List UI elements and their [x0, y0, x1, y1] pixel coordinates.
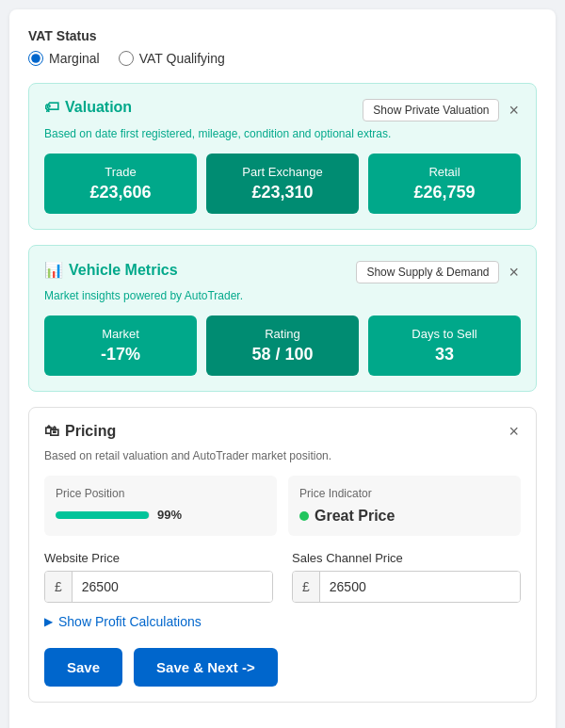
sales-channel-price-field: Sales Channel Price £: [292, 551, 521, 603]
progress-bar-track: [56, 511, 150, 519]
progress-row: 99%: [56, 508, 266, 522]
valuation-header-right: Show Private Valuation ×: [363, 99, 521, 121]
rating-label: Rating: [214, 327, 351, 341]
days-to-sell-tile: Days to Sell 33: [368, 315, 521, 376]
rating-tile: Rating 58 / 100: [206, 315, 359, 376]
valuation-card-header: 🏷 Valuation Show Private Valuation ×: [44, 99, 521, 121]
tag-icon: 🏷: [44, 99, 59, 116]
valuation-close-button[interactable]: ×: [507, 102, 521, 119]
vehicle-metrics-header-right: Show Supply & Demand ×: [356, 261, 521, 283]
progress-pct: 99%: [157, 508, 182, 522]
chart-icon: 📊: [44, 261, 63, 279]
valuation-tiles: Trade £23,606 Part Exchange £23,310 Reta…: [44, 154, 521, 214]
trade-value: £23,606: [52, 183, 189, 202]
pricing-title: 🛍 Pricing: [44, 423, 116, 440]
sales-channel-price-label: Sales Channel Price: [292, 551, 521, 565]
vat-option-marginal[interactable]: Marginal: [28, 51, 100, 66]
valuation-subtitle: Based on date first registered, mileage,…: [44, 127, 521, 140]
pricing-metrics: Price Position 99% Price Indicator Great…: [44, 476, 521, 536]
page-container: VAT Status Marginal VAT Qualifying 🏷 Val…: [9, 9, 556, 728]
pricing-card-header: 🛍 Pricing ×: [44, 423, 521, 444]
chevron-right-icon: ▶: [44, 615, 53, 628]
vehicle-metrics-title: 📊 Vehicle Metrics: [44, 261, 178, 279]
price-position-label: Price Position: [56, 487, 266, 500]
part-exchange-label: Part Exchange: [214, 165, 351, 179]
save-button[interactable]: Save: [44, 648, 122, 687]
days-to-sell-value: 33: [376, 345, 513, 364]
vat-radio-marginal[interactable]: [28, 51, 43, 66]
valuation-title: 🏷 Valuation: [44, 99, 132, 116]
show-private-valuation-button[interactable]: Show Private Valuation: [363, 99, 499, 121]
market-label: Market: [52, 327, 189, 341]
retail-tile: Retail £26,759: [368, 154, 521, 214]
price-indicator-value: Great Price: [299, 508, 395, 525]
sales-channel-price-input-wrap: £: [292, 571, 521, 603]
vat-options: Marginal VAT Qualifying: [28, 51, 537, 66]
show-profit-label: Show Profit Calculations: [58, 614, 202, 629]
days-to-sell-label: Days to Sell: [376, 327, 513, 341]
website-price-currency: £: [45, 572, 73, 602]
trade-label: Trade: [52, 165, 189, 179]
part-exchange-tile: Part Exchange £23,310: [206, 154, 359, 214]
retail-value: £26,759: [376, 183, 513, 202]
sales-channel-currency: £: [293, 572, 320, 602]
market-tile: Market -17%: [44, 315, 197, 376]
vat-status-label: VAT Status: [28, 28, 537, 43]
great-price-text: Great Price: [315, 508, 395, 525]
trade-tile: Trade £23,606: [44, 154, 197, 214]
vat-marginal-label: Marginal: [49, 51, 100, 66]
price-inputs: Website Price £ Sales Channel Price £: [44, 551, 521, 603]
price-position-box: Price Position 99%: [44, 476, 277, 536]
valuation-card: 🏷 Valuation Show Private Valuation × Bas…: [28, 83, 537, 230]
website-price-field: Website Price £: [44, 551, 273, 603]
vat-qualifying-label: VAT Qualifying: [139, 51, 225, 66]
pricing-close-button[interactable]: ×: [507, 423, 521, 440]
button-row: Save Save & Next ->: [44, 648, 521, 687]
part-exchange-value: £23,310: [214, 183, 351, 202]
progress-bar-fill: [56, 511, 149, 519]
rating-value: 58 / 100: [214, 345, 351, 364]
vehicle-metrics-header: 📊 Vehicle Metrics Show Supply & Demand ×: [44, 261, 521, 283]
pricing-subtitle: Based on retail valuation and AutoTrader…: [44, 449, 521, 462]
price-indicator-box: Price Indicator Great Price: [288, 476, 521, 536]
vat-option-qualifying[interactable]: VAT Qualifying: [119, 51, 225, 66]
retail-label: Retail: [376, 165, 513, 179]
pricing-card: 🛍 Pricing × Based on retail valuation an…: [28, 407, 537, 703]
vehicle-metrics-subtitle: Market insights powered by AutoTrader.: [44, 289, 521, 302]
save-next-button[interactable]: Save & Next ->: [134, 648, 278, 687]
show-supply-demand-button[interactable]: Show Supply & Demand: [356, 261, 499, 283]
green-dot-icon: [299, 511, 309, 521]
bag-icon: 🛍: [44, 423, 59, 440]
website-price-label: Website Price: [44, 551, 273, 565]
sales-channel-price-input[interactable]: [320, 572, 520, 602]
vat-radio-qualifying[interactable]: [119, 51, 134, 66]
show-profit-toggle[interactable]: ▶ Show Profit Calculations: [44, 614, 521, 629]
market-value: -17%: [52, 345, 189, 364]
website-price-input[interactable]: [73, 572, 272, 602]
vehicle-metrics-card: 📊 Vehicle Metrics Show Supply & Demand ×…: [28, 245, 537, 392]
vehicle-metrics-tiles: Market -17% Rating 58 / 100 Days to Sell…: [44, 315, 521, 376]
vehicle-metrics-close-button[interactable]: ×: [507, 264, 521, 281]
price-indicator-label: Price Indicator: [299, 487, 372, 500]
website-price-input-wrap: £: [44, 571, 273, 603]
